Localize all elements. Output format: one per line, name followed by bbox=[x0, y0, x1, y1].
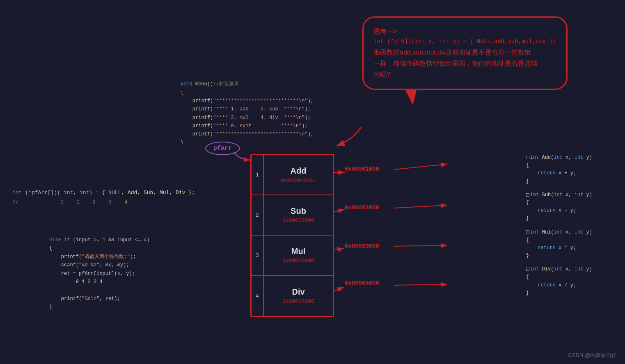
func-sub-sig: int Sub(int x, int y) bbox=[526, 191, 592, 199]
func-mul-open: { bbox=[526, 236, 592, 244]
addr-label-1: 0x00001000 bbox=[345, 166, 379, 172]
main-container: 思考---> int (*p[5])(int x, int y) = { NUL… bbox=[0, 0, 625, 364]
func-div-sig: int Div(int x, int y) bbox=[526, 266, 592, 273]
thought-line1: 思考---> bbox=[373, 26, 556, 37]
menu-line4: printf("**** 1. add 2. sub ****\n"); bbox=[181, 105, 314, 113]
func-div-open: { bbox=[526, 273, 592, 281]
array-index-3: 3 bbox=[252, 236, 263, 275]
func-add-close: } bbox=[526, 178, 592, 185]
func-add-body: return x + y; bbox=[526, 169, 592, 177]
bottom-line8: printf("%d\n", ret); bbox=[49, 295, 150, 303]
bottom-line6: 0 1 2 3 4 bbox=[49, 278, 150, 286]
addr-add: 0x00001000↙ bbox=[281, 177, 316, 184]
thought-line2: int (*p[5])(int x, int y) = { NULL,add,s… bbox=[373, 37, 556, 47]
menu-line2: { bbox=[181, 88, 314, 96]
right-functions: int Add(int x, int y) { return x + y; } … bbox=[526, 154, 592, 303]
array-table: 1 Add 0x00001000↙ 2 Sub 0x00002000 3 Mul… bbox=[250, 154, 334, 317]
addr-div: 0x00004000 bbox=[282, 298, 314, 304]
svg-line-9 bbox=[394, 284, 447, 285]
thought-bubble: 思考---> int (*p[5])(int x, int y) = { NUL… bbox=[362, 16, 568, 90]
menu-line6: printf("**** 0. exit ****\n"); bbox=[181, 122, 314, 130]
array-row-4: 4 Div 0x00004000 bbox=[252, 276, 333, 316]
addr-label-2: 0x00002000 bbox=[345, 204, 379, 211]
func-sub-close: } bbox=[526, 215, 592, 222]
svg-line-4 bbox=[333, 209, 345, 212]
addr-mul: 0x00003000 bbox=[282, 258, 314, 264]
menu-line1: void menu()//封装菜单 bbox=[181, 80, 314, 88]
menu-line5: printf("**** 3. mul 4. div ****\n"); bbox=[181, 114, 314, 122]
bottom-code-block: else if (input >= 1 && input <= 4) { pri… bbox=[49, 236, 150, 311]
thought-line4: 一样，存储在函数指针数组里面，他们的地址是否是连续 bbox=[373, 58, 556, 69]
func-add-sig: int Add(int x, int y) bbox=[526, 154, 592, 162]
bottom-line1: else if (input >= 1 && input <= 4) bbox=[49, 236, 150, 244]
func-div-block: int Div(int x, int y) { return x / y; } bbox=[526, 266, 592, 297]
func-mul-block: int Mul(int x, int y) { return x * y; } bbox=[526, 229, 592, 260]
func-name-mul: Mul bbox=[291, 247, 305, 256]
addr-label-4: 0x00004000 bbox=[345, 280, 379, 286]
func-sub-block: int Sub(int x, int y) { return x - y; } bbox=[526, 191, 592, 223]
func-div-body: return x / y; bbox=[526, 282, 592, 289]
svg-line-6 bbox=[333, 248, 344, 250]
func-div-close: } bbox=[526, 289, 592, 297]
array-row-1: 1 Add 0x00001000↙ bbox=[252, 155, 333, 195]
array-row-3: 3 Mul 0x00003000 bbox=[252, 236, 333, 276]
left-code-line1: int (*pfArr[])( int, int) = { NULL, Add,… bbox=[12, 189, 195, 197]
func-add-block: int Add(int x, int y) { return x + y; } bbox=[526, 154, 592, 185]
svg-line-3 bbox=[394, 164, 447, 169]
bottom-line2: { bbox=[49, 244, 150, 252]
thought-line3: 那函数的add,sub,mul,div这些地址是不是也和一维数组 bbox=[373, 47, 556, 58]
pfarr-label: pfArr bbox=[205, 142, 240, 155]
array-index-2: 2 bbox=[252, 195, 263, 235]
bottom-line5: ret = pfArr[input](x, y); bbox=[49, 270, 150, 278]
func-name-sub: Sub bbox=[291, 206, 306, 216]
svg-line-8 bbox=[333, 287, 344, 291]
array-row-2: 2 Sub 0x00002000 bbox=[252, 195, 333, 236]
func-mul-body: return x * y; bbox=[526, 244, 592, 252]
addr-label-3: 0x00003000 bbox=[345, 243, 379, 250]
array-index-1: 1 bbox=[252, 155, 263, 195]
bottom-line9: } bbox=[49, 303, 150, 311]
array-index-4: 4 bbox=[252, 276, 263, 316]
array-cell-2: Sub 0x00002000 bbox=[263, 195, 333, 235]
bottom-line4: scanf("%d %d", &x, &y); bbox=[49, 261, 150, 269]
func-add-open: { bbox=[526, 162, 592, 169]
thought-line5: 的呢? bbox=[373, 69, 556, 80]
left-code-line2: // 0 1 2 3 4 bbox=[12, 198, 195, 207]
array-cell-3: Mul 0x00003000 bbox=[263, 236, 333, 275]
func-sub-body: return x - y; bbox=[526, 207, 592, 215]
menu-line3: printf("****************************\n")… bbox=[181, 97, 314, 105]
svg-line-7 bbox=[394, 245, 447, 246]
func-name-add: Add bbox=[291, 166, 307, 176]
bottom-line7 bbox=[49, 286, 150, 294]
addr-sub: 0x00002000 bbox=[282, 217, 314, 224]
watermark: CSDN @啊森要自信 bbox=[568, 352, 617, 359]
func-mul-close: } bbox=[526, 252, 592, 260]
bottom-line3: printf("请输入两个操作数:"); bbox=[49, 253, 150, 261]
func-mul-sig: int Mul(int x, int y) bbox=[526, 229, 592, 236]
func-name-div: Div bbox=[292, 287, 304, 297]
menu-line8: } bbox=[181, 139, 314, 147]
menu-code-block: void menu()//封装菜单 { printf("************… bbox=[181, 80, 314, 147]
menu-line7: printf("****************************\n")… bbox=[181, 130, 314, 138]
func-sub-open: { bbox=[526, 199, 592, 207]
array-cell-1: Add 0x00001000↙ bbox=[263, 155, 333, 195]
array-cell-4: Div 0x00004000 bbox=[263, 276, 333, 316]
svg-line-5 bbox=[394, 205, 447, 208]
left-code-top: int (*pfArr[])( int, int) = { NULL, Add,… bbox=[12, 189, 195, 207]
